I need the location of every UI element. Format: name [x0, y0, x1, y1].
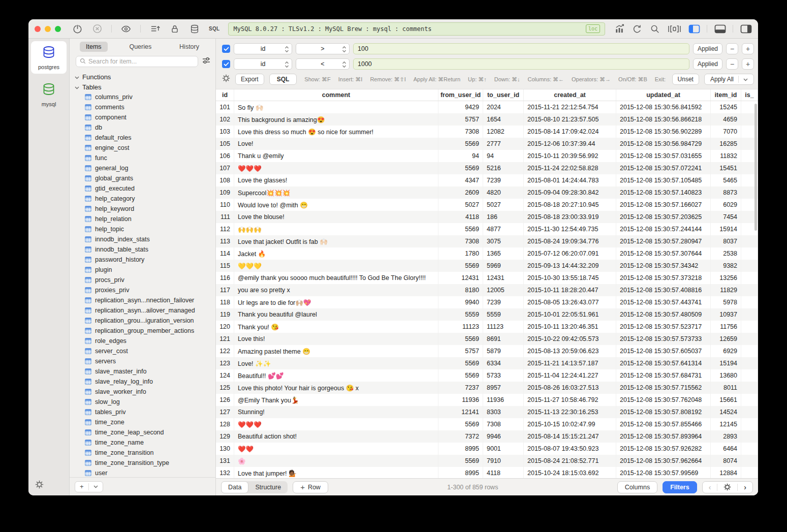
cell-item_id[interactable]: 5465 [711, 174, 741, 186]
sidebar-item-slow_log[interactable]: slow_log [70, 397, 215, 407]
sidebar-item-replication_asynnnection_failover[interactable]: replication_asyn...nnection_failover [70, 295, 215, 305]
tab-structure[interactable]: Structure [248, 481, 288, 493]
table-row-102[interactable]: 102This background is amazing😍5757165420… [216, 113, 758, 126]
table-row-125[interactable]: 125Love this photo! Your hair is gorgeou… [216, 382, 758, 394]
cell-created_at[interactable]: 2015-08-01 14:24:44.783 [524, 174, 616, 186]
cell-to_user_id[interactable]: 4877 [483, 223, 524, 235]
cell-to_user_id[interactable]: 94 [483, 150, 524, 162]
cell-to_user_id[interactable]: 7910 [483, 455, 524, 467]
cell-to_user_id[interactable]: 12431 [483, 272, 524, 284]
database-icon[interactable] [189, 23, 200, 35]
cell-from_user_id[interactable]: 1780 [438, 247, 483, 260]
cell-id[interactable]: 103 [216, 126, 234, 138]
cell-updated_at[interactable]: 2015-12-08 15:30:56.866218 [616, 113, 711, 126]
cell-created_at[interactable]: 2015-08-24 21:08:52.771 [524, 455, 616, 467]
table-row-107[interactable]: 107❤️❤️❤️556952162015-11-24 22:02:58.828… [216, 162, 758, 174]
cell-item_id[interactable]: 6464 [711, 443, 741, 455]
cell-is_[interactable] [741, 430, 758, 443]
toggle-right-panel-icon[interactable] [740, 23, 752, 35]
cell-comment[interactable]: Love that jumper! 💁🏾 [234, 467, 438, 478]
cell-from_user_id[interactable]: 2609 [438, 186, 483, 199]
sidebar-item-engine_cost[interactable]: engine_cost [70, 143, 215, 153]
cell-created_at[interactable]: 2015-08-14 17:09:42.024 [524, 126, 616, 138]
add-filter-button[interactable]: + [742, 43, 754, 54]
cell-id[interactable]: 113 [216, 235, 234, 247]
filter-enabled-checkbox[interactable] [222, 60, 230, 68]
cell-is_[interactable] [741, 455, 758, 467]
cell-item_id[interactable]: 8074 [711, 455, 741, 467]
cell-created_at[interactable]: 2015-10-22 09:42:05.573 [524, 333, 616, 345]
sidebar-item-comments[interactable]: comments [70, 102, 215, 112]
cell-created_at[interactable]: 2015-08-18 23:00:33.919 [524, 211, 616, 223]
cell-id[interactable]: 117 [216, 284, 234, 296]
cell-updated_at[interactable]: 2015-12-08 15:30:56.984729 [616, 138, 711, 150]
cell-to_user_id[interactable]: 8691 [483, 333, 524, 345]
cell-created_at[interactable]: 2015-09-04 09:28:30.842 [524, 186, 616, 199]
sidebar-item-component[interactable]: component [70, 112, 215, 122]
cell-updated_at[interactable]: 2015-12-08 15:30:57.280947 [616, 235, 711, 247]
cell-updated_at[interactable]: 2015-12-08 15:30:57.573733 [616, 333, 711, 345]
cell-updated_at[interactable]: 2015-12-08 15:30:57.443741 [616, 296, 711, 308]
cell-from_user_id[interactable]: 7308 [438, 235, 483, 247]
cell-id[interactable]: 105 [216, 138, 234, 150]
filter-value-input[interactable] [353, 58, 689, 70]
table-row-115[interactable]: 115💛💛💛556959692015-09-13 14:44:32.209201… [216, 260, 758, 272]
cell-updated_at[interactable]: 2015-12-08 15:30:56.841592 [616, 101, 711, 113]
sidebar-item-password_history[interactable]: password_history [70, 255, 215, 265]
table-row-120[interactable]: 120Thank you! 😘11123111232015-10-11 13:2… [216, 321, 758, 333]
cell-is_[interactable] [741, 406, 758, 418]
cell-id[interactable]: 114 [216, 247, 234, 260]
cell-item_id[interactable]: 8037 [711, 235, 741, 247]
zoom-window-button[interactable] [55, 26, 61, 32]
column-header-item_id[interactable]: item_id [711, 89, 741, 101]
sidebar-item-replication_grouiguration_version[interactable]: replication_grou...iguration_version [70, 316, 215, 326]
cell-from_user_id[interactable]: 8995 [438, 467, 483, 478]
remove-filter-button[interactable]: − [726, 43, 738, 54]
table-row-130[interactable]: 130❤️❤️899590012015-08-07 19:43:50.92320… [216, 443, 758, 455]
tree-group-tables[interactable]: Tables [70, 82, 215, 92]
cell-to_user_id[interactable]: 4118 [483, 467, 524, 478]
cell-id[interactable]: 129 [216, 430, 234, 443]
cell-is_[interactable] [741, 418, 758, 430]
cell-id[interactable]: 127 [216, 406, 234, 418]
sidebar-item-time_zone_leap_second[interactable]: time_zone_leap_second [70, 427, 215, 437]
cell-id[interactable]: 111 [216, 211, 234, 223]
cell-to_user_id[interactable]: 5027 [483, 199, 524, 211]
cell-to_user_id[interactable]: 7239 [483, 174, 524, 186]
cell-id[interactable]: 115 [216, 260, 234, 272]
cell-id[interactable]: 102 [216, 113, 234, 126]
cell-from_user_id[interactable]: 5569 [438, 223, 483, 235]
cell-item_id[interactable]: 2893 [711, 430, 741, 443]
cell-is_[interactable] [741, 296, 758, 308]
table-row-113[interactable]: 113Love that jacket! Outfit is fab 🙌🏻730… [216, 235, 758, 247]
cell-from_user_id[interactable]: 5569 [438, 455, 483, 467]
add-item-button[interactable]: + [75, 481, 103, 492]
table-row-118[interactable]: 118Ur legs are to die for🙌🏼💖994072392015… [216, 296, 758, 308]
cell-from_user_id[interactable]: 5559 [438, 308, 483, 321]
cell-to_user_id[interactable]: 5969 [483, 260, 524, 272]
tree-group-functions[interactable]: Functions [70, 72, 215, 82]
unset-button[interactable]: Unset [672, 74, 699, 85]
table-row-128[interactable]: 128❤️❤️❤️556973082015-10-15 10:02:47.992… [216, 418, 758, 430]
cell-item_id[interactable]: 15451 [711, 162, 741, 174]
cell-comment[interactable]: Love the glasses! [234, 174, 438, 186]
cell-updated_at[interactable]: 2015-12-08 15:30:57.926282 [616, 443, 711, 455]
cell-id[interactable]: 121 [216, 333, 234, 345]
cell-updated_at[interactable]: 2015-12-08 15:30:57.684731 [616, 369, 711, 382]
cell-to_user_id[interactable]: 7239 [483, 296, 524, 308]
table-row-114[interactable]: 114Jacket 🔥178013652015-07-12 06:20:07.0… [216, 247, 758, 260]
cell-from_user_id[interactable]: 5027 [438, 199, 483, 211]
cell-item_id[interactable]: 15914 [711, 223, 741, 235]
cell-to_user_id[interactable]: 5559 [483, 308, 524, 321]
cell-item_id[interactable]: 2538 [711, 247, 741, 260]
settings-gear-icon[interactable] [35, 480, 44, 491]
cell-created_at[interactable]: 2015-10-11 13:20:46.351 [524, 321, 616, 333]
sidebar-item-gtid_executed[interactable]: gtid_executed [70, 183, 215, 194]
cell-item_id[interactable]: 12884 [711, 467, 741, 478]
cell-from_user_id[interactable]: 12141 [438, 406, 483, 418]
cell-created_at[interactable]: 2015-08-07 19:43:50.923 [524, 443, 616, 455]
cell-from_user_id[interactable]: 8995 [438, 443, 483, 455]
cell-comment[interactable]: Beautiful action shot! [234, 430, 438, 443]
cell-from_user_id[interactable]: 5757 [438, 345, 483, 357]
cell-updated_at[interactable]: 2015-12-08 15:30:57.140823 [616, 186, 711, 199]
